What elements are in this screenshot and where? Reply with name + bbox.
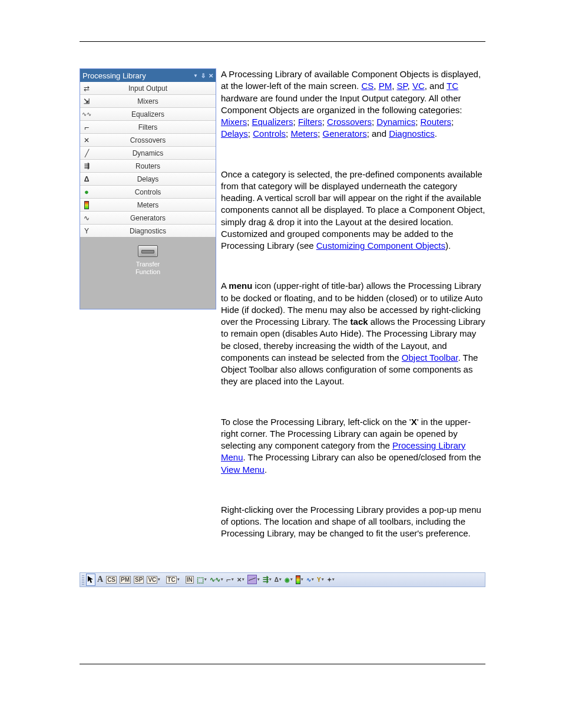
chevron-down-icon: ▾ <box>290 577 293 582</box>
pointer-tool[interactable] <box>86 574 95 586</box>
panel-title-text: Processing Library <box>82 71 146 80</box>
link-sp[interactable]: SP <box>396 81 407 91</box>
category-equalizers[interactable]: ∿∿ Equalizers <box>80 108 216 121</box>
link-equalizers[interactable]: Equalizers <box>252 117 293 127</box>
meters-tool[interactable]: ▾ <box>295 574 305 585</box>
paragraph-5: Right-clicking over the Processing Libra… <box>221 504 485 540</box>
crossovers-icon: ✕ <box>80 136 93 144</box>
filters-tool[interactable]: ⌐▾ <box>225 574 235 585</box>
link-mixers[interactable]: Mixers <box>221 117 247 127</box>
chevron-down-icon: ▾ <box>301 577 303 582</box>
menu-icon[interactable]: ▼ <box>193 73 198 78</box>
category-controls[interactable]: ● Controls <box>80 186 216 199</box>
link-meters[interactable]: Meters <box>290 129 318 139</box>
chevron-down-icon: ▾ <box>269 577 272 582</box>
text-tool[interactable]: A <box>96 574 104 585</box>
misc-tool[interactable]: ✦▾ <box>326 574 336 585</box>
processing-library-panel: Processing Library ▼ ⇩ ✕ ⇄ Input Output … <box>80 68 216 309</box>
link-diagnostics[interactable]: Diagnostics <box>389 129 435 139</box>
category-label: Mixers <box>93 97 216 106</box>
diagnostics-tool[interactable]: Y▾ <box>316 574 325 585</box>
top-rule <box>80 41 485 42</box>
generators-icon: ∿ <box>80 214 93 222</box>
link-pm[interactable]: PM <box>379 81 392 91</box>
body-text: A Processing Library of available Compon… <box>216 68 485 540</box>
crossovers-tool[interactable]: ✕▾ <box>236 574 246 585</box>
toolbar-grip[interactable] <box>82 575 84 585</box>
link-cs[interactable]: CS <box>361 81 373 91</box>
category-mixers[interactable]: ⇲ Mixers <box>80 95 216 108</box>
category-diagnostics[interactable]: Y Diagnostics <box>80 225 216 237</box>
equalizers-tool[interactable]: ∿∿▾ <box>209 574 224 585</box>
link-crossovers[interactable]: Crossovers <box>327 117 372 127</box>
category-routers[interactable]: ⇶ Routers <box>80 160 216 173</box>
chevron-down-icon: ▾ <box>312 577 314 582</box>
category-label: Controls <box>93 188 216 196</box>
meters-icon <box>80 201 93 209</box>
transfer-function-item[interactable] <box>138 245 158 257</box>
filters-icon: ⌐ <box>80 123 93 132</box>
transfer-function-label: TransferFunction <box>135 261 160 276</box>
category-label: Routers <box>93 162 216 170</box>
paragraph-1: A Processing Library of available Compon… <box>221 68 485 140</box>
link-delays[interactable]: Delays <box>221 129 248 139</box>
category-meters[interactable]: Meters <box>80 199 216 212</box>
category-label: Crossovers <box>93 136 216 144</box>
chevron-down-icon: ▾ <box>332 577 335 582</box>
routers-tool[interactable]: ⇶▾ <box>262 574 273 585</box>
link-tc[interactable]: TC <box>447 81 458 91</box>
chevron-down-icon: ▾ <box>177 577 180 582</box>
category-label: Delays <box>93 175 216 183</box>
category-dynamics[interactable]: ╱ Dynamics <box>80 147 216 160</box>
paragraph-4: To close the Processing Library, left-cl… <box>221 416 485 476</box>
close-icon[interactable]: ✕ <box>209 73 213 79</box>
link-controls[interactable]: Controls <box>253 129 286 139</box>
generators-tool[interactable]: ∿▾ <box>305 574 315 585</box>
link-customizing-component-objects[interactable]: Customizing Component Objects <box>316 241 445 251</box>
tack-bold: tack <box>351 317 368 327</box>
category-filters[interactable]: ⌐ Filters <box>80 121 216 134</box>
pin-icon[interactable]: ⇩ <box>201 73 206 79</box>
link-dynamics[interactable]: Dynamics <box>376 117 415 127</box>
dynamics-tool[interactable]: ▾ <box>246 574 261 585</box>
tc-button[interactable]: TC▾ <box>165 574 180 585</box>
mixers-icon: ⇲ <box>80 97 93 106</box>
chevron-down-icon: ▾ <box>242 577 244 582</box>
link-object-toolbar[interactable]: Object Toolbar <box>402 353 458 363</box>
link-view-menu[interactable]: View Menu <box>221 465 265 475</box>
category-delays[interactable]: Δ Delays <box>80 173 216 186</box>
bottom-rule <box>80 664 485 664</box>
category-input-output[interactable]: ⇄ Input Output <box>80 82 216 95</box>
link-generators[interactable]: Generators <box>323 129 367 139</box>
chevron-down-icon: ▾ <box>204 577 207 582</box>
chevron-down-icon: ▾ <box>279 577 282 582</box>
io-icon: ⇄ <box>80 84 93 93</box>
in-button[interactable]: IN <box>184 574 195 585</box>
chevron-down-icon: ▾ <box>232 577 234 582</box>
object-toolbar: A CS PM SP VC▾ TC▾ IN ⬚▾ ∿∿▾ ⌐▾ ✕▾ ▾ ⇶▾ … <box>80 572 485 587</box>
link-routers[interactable]: Routers <box>421 117 452 127</box>
delays-tool[interactable]: Δ▾ <box>273 574 283 585</box>
vc-button[interactable]: VC▾ <box>146 574 161 585</box>
category-crossovers[interactable]: ✕ Crossovers <box>80 134 216 147</box>
category-label: Meters <box>93 201 216 209</box>
pm-button[interactable]: PM <box>118 574 132 585</box>
delays-icon: Δ <box>80 175 93 183</box>
mixers-tool[interactable]: ⬚▾ <box>196 574 208 585</box>
link-filters[interactable]: Filters <box>298 117 322 127</box>
link-vc[interactable]: VC <box>412 81 425 91</box>
dynamics-icon: ╱ <box>80 149 93 157</box>
controls-icon: ● <box>80 187 93 196</box>
chevron-down-icon: ▾ <box>158 577 160 582</box>
cs-button[interactable]: CS <box>105 574 118 585</box>
equalizers-icon: ∿∿ <box>80 111 93 117</box>
category-generators[interactable]: ∿ Generators <box>80 212 216 225</box>
chevron-down-icon: ▾ <box>257 577 260 582</box>
category-label: Equalizers <box>93 110 216 118</box>
panel-item-area: TransferFunction <box>80 237 216 309</box>
controls-tool[interactable]: ◉▾ <box>283 574 294 585</box>
sp-button[interactable]: SP <box>133 574 145 585</box>
category-label: Input Output <box>93 84 216 93</box>
category-label: Generators <box>93 214 216 222</box>
paragraph-2: Once a category is selected, the pre-def… <box>221 169 485 252</box>
